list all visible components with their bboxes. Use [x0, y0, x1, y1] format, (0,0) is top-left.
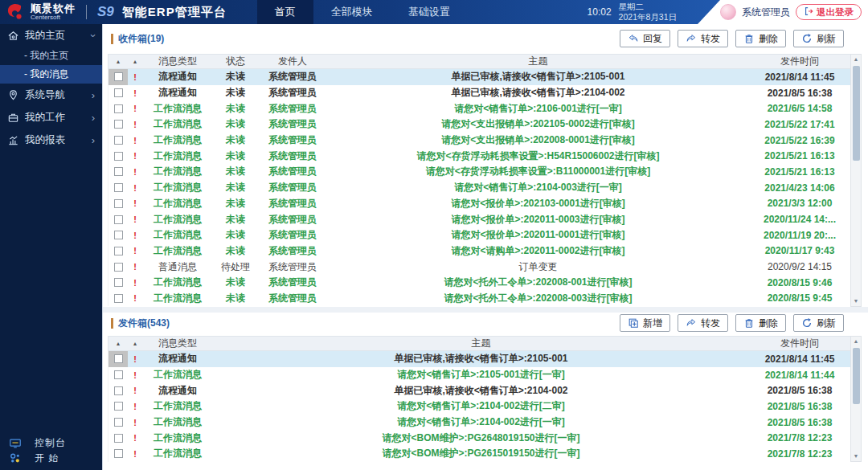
col-header-time[interactable]: 发件时间 — [749, 55, 850, 68]
checkbox[interactable] — [114, 278, 123, 287]
delete-button[interactable]: 删除 — [735, 30, 786, 47]
message-row[interactable]: !工作流消息请您对<BOM维护>:PG2648019150进行[一审]2021/… — [108, 430, 850, 446]
sidebar-item[interactable]: 系统导航› — [0, 84, 102, 106]
tab-全部模块[interactable]: 全部模块 — [313, 0, 391, 24]
row-checkbox[interactable] — [108, 275, 128, 291]
checkbox[interactable] — [114, 402, 123, 411]
checkbox[interactable] — [114, 294, 123, 303]
message-row[interactable]: !工作流消息未读系统管理员请您对<报价单>:202011-0001进行[审核]2… — [108, 227, 850, 243]
row-checkbox[interactable] — [108, 100, 128, 116]
row-checkbox[interactable] — [108, 164, 128, 180]
checkbox[interactable] — [114, 152, 123, 161]
row-checkbox[interactable] — [108, 227, 128, 243]
checkbox[interactable] — [114, 136, 123, 145]
message-row[interactable]: !工作流消息请您对<BOM维护>:PG2615019150进行[一审]2021/… — [108, 446, 850, 462]
row-checkbox[interactable] — [108, 116, 128, 133]
col-header-sender[interactable]: 发件人 — [258, 55, 327, 68]
tab-首页[interactable]: 首页 — [257, 0, 313, 24]
checkbox[interactable] — [114, 88, 123, 97]
row-checkbox[interactable] — [108, 415, 128, 431]
checkbox[interactable] — [114, 263, 123, 272]
row-checkbox[interactable] — [108, 367, 128, 383]
reply-button[interactable]: 回复 — [620, 30, 670, 47]
checkbox[interactable] — [114, 370, 123, 379]
sidebar-item[interactable]: 我的报表› — [0, 129, 102, 151]
message-row[interactable]: !工作流消息未读系统管理员请您对<报价单>:202103-0001进行[审核]2… — [108, 196, 850, 212]
message-row[interactable]: !工作流消息未读系统管理员请您对<支出报销单>:202008-0001进行[审核… — [108, 133, 850, 149]
col-header-type[interactable]: 消息类型 — [142, 55, 213, 68]
message-row[interactable]: !工作流消息请您对<销售订单>:2105-001进行[一审]2021/8/14 … — [108, 367, 850, 383]
message-row[interactable]: !工作流消息未读系统管理员请您对<托外工令单>:202008-003进行[审核]… — [108, 291, 850, 307]
message-row[interactable]: !工作流消息未读系统管理员请您对<请购单>:202011-0002进行[审核]2… — [108, 243, 850, 260]
inbox-scrollbar[interactable]: ▲ ▼ — [850, 54, 862, 307]
message-row[interactable]: !工作流消息未读系统管理员请您对<存货浮动耗损率设置>:H54R15006002… — [108, 148, 850, 164]
row-checkbox[interactable] — [108, 69, 128, 85]
delete-button[interactable]: 删除 — [735, 314, 786, 332]
scroll-up-icon[interactable]: ▲ — [851, 337, 861, 346]
row-checkbox[interactable] — [108, 398, 128, 415]
sidebar-item[interactable]: 我的主页› — [0, 24, 102, 47]
checkbox[interactable] — [114, 434, 123, 443]
scroll-down-icon[interactable]: ▼ — [851, 452, 861, 461]
checkbox[interactable] — [114, 449, 123, 458]
row-checkbox[interactable] — [108, 133, 128, 149]
checkbox[interactable] — [114, 386, 123, 395]
outbox-scrollbar[interactable]: ▲ ▼ — [850, 336, 862, 462]
checkbox[interactable] — [114, 418, 123, 427]
scrollbar-thumb[interactable] — [853, 348, 860, 404]
new-button[interactable]: 新增 — [620, 314, 670, 332]
row-checkbox[interactable] — [108, 85, 128, 101]
row-checkbox[interactable] — [108, 243, 128, 260]
sidebar-item[interactable]: 我的工作› — [0, 106, 102, 129]
message-row[interactable]: !工作流消息请您对<销售订单>:2104-002进行[一审]2021/8/5 1… — [108, 415, 850, 431]
sidebar-subitem[interactable]: - 我的主页 — [0, 47, 102, 65]
select-all-icon[interactable]: ▴ — [108, 55, 128, 68]
col-header-status[interactable]: 状态 — [213, 55, 258, 68]
checkbox[interactable] — [114, 72, 123, 81]
row-checkbox[interactable] — [108, 196, 128, 212]
select-all-icon[interactable]: ▴ — [108, 337, 128, 350]
refresh-button[interactable]: 刷新 — [793, 30, 844, 47]
checkbox[interactable] — [114, 104, 123, 113]
col-header-subject[interactable]: 主题 — [327, 55, 749, 68]
scroll-up-icon[interactable]: ▲ — [851, 55, 861, 64]
row-checkbox[interactable] — [108, 351, 128, 367]
message-row[interactable]: !流程通知单据已审核,请接收<销售订单>:2105-0012021/8/14 1… — [108, 351, 850, 367]
sidebar-subitem[interactable]: - 我的消息 — [0, 65, 102, 84]
message-row[interactable]: !普通消息待处理系统管理员订单变更2020/9/2 14:15 — [108, 259, 850, 275]
logout-button[interactable]: 退出登录 — [796, 4, 862, 20]
row-checkbox[interactable] — [108, 291, 128, 307]
sidebar-footer-item[interactable]: 开 始 — [0, 451, 102, 466]
col-header-type[interactable]: 消息类型 — [142, 337, 213, 350]
message-row[interactable]: !流程通知单据已审核,请接收<销售订单>:2104-0022021/8/5 16… — [108, 382, 850, 398]
message-row[interactable]: !流程通知未读系统管理员单据已审核,请接收<销售订单>:2105-0012021… — [108, 69, 850, 85]
checkbox[interactable] — [114, 120, 123, 129]
message-row[interactable]: !工作流消息请您对<销售订单>:2104-002进行[二审]2021/8/5 1… — [108, 398, 850, 415]
message-row[interactable]: !流程通知未读系统管理员单据已审核,请接收<销售订单>:2104-0022021… — [108, 85, 850, 101]
checkbox[interactable] — [114, 183, 123, 192]
checkbox[interactable] — [114, 354, 123, 363]
checkbox[interactable] — [114, 167, 123, 176]
message-row[interactable]: !工作流消息未读系统管理员请您对<销售订单>:2106-001进行[一审]202… — [108, 100, 850, 116]
refresh-button[interactable]: 刷新 — [793, 314, 844, 332]
checkbox[interactable] — [114, 231, 123, 239]
col-header-time[interactable]: 发件时间 — [749, 337, 850, 350]
message-row[interactable]: !工作流消息未读系统管理员请您对<支出报销单>:202105-0002进行[审核… — [108, 116, 850, 133]
row-checkbox[interactable] — [108, 430, 128, 446]
forward-button[interactable]: 转发 — [678, 314, 728, 332]
scrollbar-thumb[interactable] — [853, 66, 860, 161]
row-checkbox[interactable] — [108, 446, 128, 462]
row-checkbox[interactable] — [108, 259, 128, 275]
row-checkbox[interactable] — [108, 382, 128, 398]
message-row[interactable]: !工作流消息未读系统管理员请您对<存货浮动耗损率设置>:B11000001进行[… — [108, 164, 850, 180]
row-checkbox[interactable] — [108, 148, 128, 164]
message-row[interactable]: !工作流消息未读系统管理员请您对<销售订单>:2104-003进行[一审]202… — [108, 180, 850, 196]
row-checkbox[interactable] — [108, 180, 128, 196]
checkbox[interactable] — [114, 215, 123, 224]
tab-基础设置[interactable]: 基础设置 — [391, 0, 468, 24]
message-row[interactable]: !工作流消息未读系统管理员请您对<托外工令单>:202008-001进行[审核]… — [108, 275, 850, 291]
forward-button[interactable]: 转发 — [678, 30, 728, 47]
checkbox[interactable] — [114, 247, 123, 255]
checkbox[interactable] — [114, 199, 123, 208]
sidebar-footer-item[interactable]: 控制台 — [0, 435, 102, 451]
